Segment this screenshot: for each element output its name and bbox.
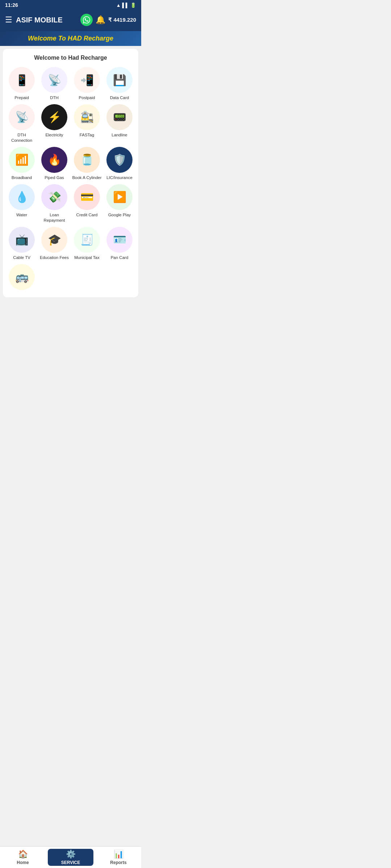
creditcard-icon: 💳	[74, 184, 100, 210]
googleplay-label: Google Play	[108, 212, 131, 218]
service-item-loan[interactable]: 💸Loan Repayment	[39, 184, 70, 223]
pipedgas-label: Piped Gas	[45, 175, 64, 180]
water-icon: 💧	[9, 184, 35, 210]
broadband-label: Broadband	[12, 175, 32, 180]
service-item-pancard[interactable]: 🪪Pan Card	[104, 227, 135, 260]
header-balance: ₹ 4419.220	[108, 17, 136, 23]
municipal-label: Municipal Tax	[74, 255, 99, 260]
creditcard-label: Credit Card	[76, 212, 98, 218]
dthconn-icon: 📡	[9, 104, 35, 130]
cylinder-label: Book A Cylinder	[72, 175, 101, 180]
service-item-landline[interactable]: 📟Landline	[104, 104, 135, 143]
electricity-icon: ⚡	[41, 104, 67, 130]
service-item-fastag[interactable]: 🚉FASTag	[72, 104, 102, 143]
service-item-cylinder[interactable]: 🫙Book A Cylinder	[72, 147, 102, 180]
cabletv-icon: 📺	[9, 227, 35, 253]
education-label: Education Fees	[40, 255, 69, 260]
wifi-icon: ▲	[116, 3, 121, 8]
postpaid-label: Postpaid	[79, 95, 95, 101]
services-grid: 📱Prepaid📡DTH📲Postpaid💾Data Card📡DTH Conn…	[7, 67, 135, 294]
header: ☰ ASIF MOBILE 🔔 ₹ 4419.220	[0, 10, 141, 31]
dth-icon: 📡	[41, 67, 67, 93]
header-title: ASIF MOBILE	[16, 16, 63, 24]
signal-icon: ▌▌	[122, 3, 129, 8]
service-item-bus[interactable]: 🚌	[7, 264, 37, 290]
datacard-label: Data Card	[110, 95, 129, 101]
header-right: 🔔 ₹ 4419.220	[80, 14, 136, 26]
education-icon: 🎓	[41, 227, 67, 253]
fastag-icon: 🚉	[74, 104, 100, 130]
loan-icon: 💸	[41, 184, 67, 210]
section-title: Welcome to Had Recharge	[7, 55, 135, 61]
prepaid-icon: 📱	[9, 67, 35, 93]
landline-icon: 📟	[106, 104, 133, 130]
bell-icon[interactable]: 🔔	[96, 15, 105, 25]
pipedgas-icon: 🔥	[41, 147, 67, 173]
electricity-label: Electricity	[45, 132, 63, 138]
broadband-icon: 📶	[9, 147, 35, 173]
pancard-label: Pan Card	[111, 255, 129, 260]
service-item-municipal[interactable]: 🧾Municipal Tax	[72, 227, 102, 260]
fastag-label: FASTag	[80, 132, 94, 138]
municipal-icon: 🧾	[74, 227, 100, 253]
prepaid-label: Prepaid	[14, 95, 29, 101]
googleplay-icon: ▶️	[106, 184, 133, 210]
cabletv-label: Cable TV	[13, 255, 30, 260]
service-item-prepaid[interactable]: 📱Prepaid	[7, 67, 37, 101]
service-item-dthconn[interactable]: 📡DTH Connection	[7, 104, 37, 143]
service-item-pipedgas[interactable]: 🔥Piped Gas	[39, 147, 70, 180]
header-left: ☰ ASIF MOBILE	[5, 15, 63, 25]
service-item-insurance[interactable]: 🛡️LIC/Insurance	[104, 147, 135, 180]
dth-label: DTH	[50, 95, 59, 101]
status-bar: 11:26 ▲ ▌▌ 🔋	[0, 0, 141, 10]
datacard-icon: 💾	[106, 67, 133, 93]
service-item-broadband[interactable]: 📶Broadband	[7, 147, 37, 180]
service-item-googleplay[interactable]: ▶️Google Play	[104, 184, 135, 223]
pancard-icon: 🪪	[106, 227, 133, 253]
service-item-water[interactable]: 💧Water	[7, 184, 37, 223]
service-item-cabletv[interactable]: 📺Cable TV	[7, 227, 37, 260]
menu-icon[interactable]: ☰	[5, 15, 12, 25]
service-item-datacard[interactable]: 💾Data Card	[104, 67, 135, 101]
insurance-icon: 🛡️	[106, 147, 133, 173]
loan-label: Loan Repayment	[39, 212, 70, 223]
whatsapp-icon[interactable]	[80, 14, 93, 26]
service-item-dth[interactable]: 📡DTH	[39, 67, 70, 101]
service-item-creditcard[interactable]: 💳Credit Card	[72, 184, 102, 223]
cylinder-icon: 🫙	[74, 147, 100, 173]
postpaid-icon: 📲	[74, 67, 100, 93]
main-content: Welcome to Had Recharge 📱Prepaid📡DTH📲Pos…	[3, 49, 138, 297]
insurance-label: LIC/Insurance	[106, 175, 133, 180]
service-item-postpaid[interactable]: 📲Postpaid	[72, 67, 102, 101]
welcome-banner: Welcome To HAD Recharge	[0, 31, 141, 46]
bus-icon: 🚌	[9, 264, 35, 290]
status-icons: ▲ ▌▌ 🔋	[116, 3, 136, 8]
service-item-electricity[interactable]: ⚡Electricity	[39, 104, 70, 143]
service-item-education[interactable]: 🎓Education Fees	[39, 227, 70, 260]
status-time: 11:26	[5, 2, 18, 8]
battery-icon: 🔋	[130, 3, 136, 8]
dthconn-label: DTH Connection	[7, 132, 37, 143]
landline-label: Landline	[112, 132, 127, 138]
water-label: Water	[16, 212, 27, 218]
